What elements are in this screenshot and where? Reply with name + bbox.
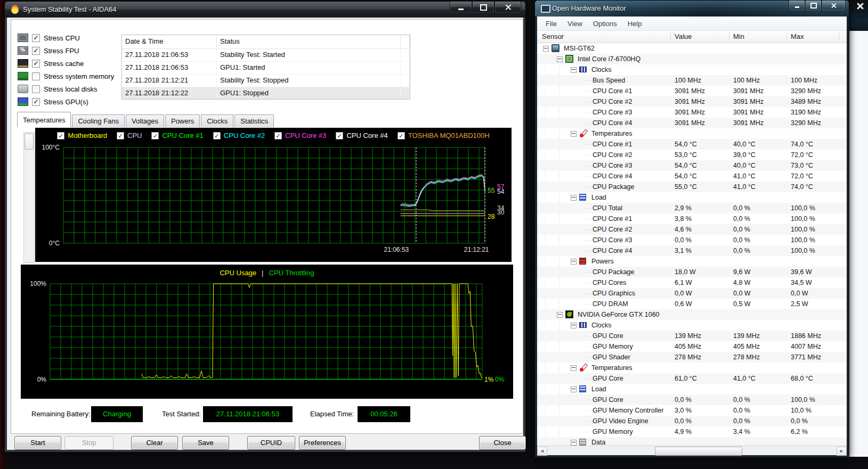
- log-row[interactable]: 27.11.2018 21:12:21Stability Test: Stopp…: [122, 75, 410, 87]
- preferences-button[interactable]: Preferences: [299, 436, 346, 450]
- log-column-datetime[interactable]: Date & Time: [122, 35, 217, 48]
- sensor-row-data[interactable]: Data: [537, 437, 847, 446]
- column-header-value[interactable]: Value: [675, 32, 692, 40]
- stress-option-stress-system-memory[interactable]: Stress system memory: [18, 70, 121, 83]
- stress-option-stress-fpu[interactable]: ✓Stress FPU: [18, 44, 121, 57]
- expand-toggle[interactable]: [571, 386, 577, 392]
- sensor-row-load[interactable]: Load: [537, 384, 847, 394]
- log-column-status[interactable]: Status: [217, 35, 401, 48]
- expand-toggle[interactable]: [571, 67, 577, 73]
- temp-graph-scrollbar-thumb[interactable]: [25, 134, 34, 150]
- sensor-row-cpu-core-3[interactable]: CPU Core #30,0 %0,0 %100,0 %: [537, 235, 847, 245]
- menu-file[interactable]: File: [540, 18, 562, 29]
- log-row[interactable]: 27.11.2018 21:06:53Stability Test: Start…: [122, 49, 410, 62]
- expand-toggle[interactable]: [571, 259, 577, 265]
- expand-toggle[interactable]: [543, 46, 549, 52]
- checkbox-unchecked[interactable]: [32, 85, 40, 93]
- column-header-max[interactable]: Max: [791, 32, 804, 40]
- sensor-row-gpu-memory[interactable]: GPU Memory405 MHz405 MHz4007 MHz: [537, 341, 847, 352]
- sensor-row-cpu-core-2[interactable]: CPU Core #24,6 %0,0 %100,0 %: [537, 224, 847, 235]
- save-button[interactable]: Save: [182, 436, 229, 450]
- menu-help[interactable]: Help: [622, 18, 647, 29]
- sensor-row-cpu-cores[interactable]: CPU Cores6,1 W4,8 W34,5 W: [537, 277, 847, 288]
- tab-clocks[interactable]: Clocks: [201, 114, 233, 127]
- sensor-row-gpu-core[interactable]: GPU Core0,0 %0,0 %100,0 %: [537, 394, 847, 405]
- aida64-titlebar[interactable]: System Stability Test - AIDA64: [5, 2, 525, 18]
- stress-option-stress-cpu[interactable]: ✓Stress CPU: [18, 31, 121, 44]
- ohm-horizontal-scrollbar[interactable]: ◄ ►: [537, 446, 847, 455]
- checkbox-checked[interactable]: ✓: [32, 98, 40, 106]
- sensor-row-gpu-core[interactable]: GPU Core61,0 °C41,0 °C68,0 °C: [537, 373, 847, 384]
- sensor-row-gpu-memory[interactable]: GPU Memory4,9 %3,4 %6,2 %: [537, 426, 847, 437]
- log-row[interactable]: 27.11.2018 21:12:22GPU1: Stopped: [122, 87, 410, 100]
- close-button[interactable]: [822, 1, 846, 11]
- stress-option-stress-cache[interactable]: ✓Stress cache: [18, 57, 121, 70]
- expand-toggle[interactable]: [557, 56, 563, 62]
- menu-options[interactable]: Options: [588, 18, 622, 29]
- sensor-row-load[interactable]: Load: [537, 192, 847, 203]
- sensor-row-clocks[interactable]: Clocks: [537, 64, 847, 75]
- maximize-button[interactable]: [472, 2, 494, 13]
- log-row[interactable]: 27.11.2018 21:06:53GPU1: Started: [122, 62, 410, 75]
- column-header-min[interactable]: Min: [733, 32, 744, 40]
- temp-graph-scrollbar[interactable]: [23, 132, 35, 263]
- checkbox-checked[interactable]: ✓: [32, 34, 40, 42]
- sensor-row-cpu-core-1[interactable]: CPU Core #13091 MHz3091 MHz3290 MHz: [537, 86, 847, 96]
- sensor-row-cpu-package[interactable]: CPU Package18,0 W9,6 W39,6 W: [537, 267, 847, 277]
- expand-toggle[interactable]: [571, 323, 577, 328]
- sensor-row-cpu-dram[interactable]: CPU DRAM0,6 W0,5 W2,5 W: [537, 299, 847, 309]
- stress-option-stress-local-disks[interactable]: Stress local disks: [18, 83, 121, 95]
- close-button[interactable]: [494, 2, 521, 13]
- background-close-icon[interactable]: [856, 2, 864, 10]
- tab-temperatures[interactable]: Temperatures: [17, 112, 71, 127]
- menu-view[interactable]: View: [562, 18, 588, 29]
- tab-powers[interactable]: Powers: [165, 114, 200, 127]
- sensor-row-cpu-core-1[interactable]: CPU Core #154,0 °C40,0 °C74,0 °C: [537, 139, 847, 150]
- sensor-row-cpu-core-1[interactable]: CPU Core #13,8 %0,0 %100,0 %: [537, 213, 847, 224]
- sensor-row-bus-speed[interactable]: Bus Speed100 MHz100 MHz100 MHz: [537, 75, 847, 86]
- maximize-button[interactable]: [805, 1, 822, 11]
- close-button[interactable]: Close: [479, 436, 526, 450]
- scroll-left-arrow-icon[interactable]: ◄: [537, 447, 547, 456]
- sensor-row-temperatures[interactable]: Temperatures: [537, 128, 847, 139]
- cpuid-button[interactable]: CPUID: [247, 436, 295, 450]
- checkbox-unchecked[interactable]: [32, 72, 40, 80]
- sensor-row-gpu-shader[interactable]: GPU Shader278 MHz278 MHz3771 MHz: [537, 352, 847, 363]
- sensor-row-cpu-core-4[interactable]: CPU Core #454,0 °C41,0 °C72,0 °C: [537, 171, 847, 182]
- sensor-row-cpu-total[interactable]: CPU Total2,9 %0,0 %100,0 %: [537, 203, 847, 213]
- expand-toggle[interactable]: [571, 440, 577, 446]
- expand-toggle[interactable]: [571, 131, 577, 137]
- expand-toggle[interactable]: [557, 312, 563, 318]
- sensor-row-nvidia-geforce-gtx-1060[interactable]: NVIDIA GeForce GTX 1060: [537, 309, 847, 320]
- sensor-row-cpu-graphics[interactable]: CPU Graphics0,0 W0,0 W0,0 W: [537, 288, 847, 299]
- sensor-row-clocks[interactable]: Clocks: [537, 320, 847, 331]
- sensor-row-cpu-core-2[interactable]: CPU Core #23091 MHz3091 MHz3489 MHz: [537, 96, 847, 107]
- sensor-row-powers[interactable]: Powers: [537, 256, 847, 267]
- scrollbar-thumb[interactable]: [655, 447, 743, 456]
- sensor-row-cpu-core-4[interactable]: CPU Core #43,1 %0,0 %100,0 %: [537, 245, 847, 256]
- checkbox-checked[interactable]: ✓: [32, 47, 40, 55]
- stop-button[interactable]: Stop: [64, 436, 113, 450]
- sensor-row-temperatures[interactable]: Temperatures: [537, 363, 847, 373]
- expand-toggle[interactable]: [571, 365, 577, 371]
- sensor-row-cpu-core-4[interactable]: CPU Core #43091 MHz3091 MHz3290 MHz: [537, 118, 847, 128]
- expand-toggle[interactable]: [571, 195, 577, 201]
- stress-option-stress-gpu-s[interactable]: ✓Stress GPU(s): [18, 95, 121, 108]
- sensor-row-gpu-video-engine[interactable]: GPU Video Engine0,0 %0,0 %0,0 %: [537, 416, 847, 426]
- column-header-sensor[interactable]: Sensor: [542, 32, 564, 40]
- scroll-right-arrow-icon[interactable]: ►: [837, 447, 847, 456]
- sensor-row-intel-core-i7-6700hq[interactable]: Intel Core i7-6700HQ: [537, 54, 847, 64]
- sensor-row-gpu-core[interactable]: GPU Core139 MHz139 MHz1886 MHz: [537, 331, 847, 341]
- tab-cooling-fans[interactable]: Cooling Fans: [72, 114, 125, 127]
- sensor-row-cpu-core-3[interactable]: CPU Core #354,0 °C40,0 °C73,0 °C: [537, 160, 847, 171]
- sensor-row-gpu-memory-controller[interactable]: GPU Memory Controller3,0 %0,0 %10,0 %: [537, 405, 847, 416]
- tab-voltages[interactable]: Voltages: [126, 114, 164, 127]
- sensor-row-cpu-package[interactable]: CPU Package55,0 °C41,0 °C74,0 °C: [537, 182, 847, 192]
- sensor-row-cpu-core-2[interactable]: CPU Core #253,0 °C39,0 °C72,0 °C: [537, 150, 847, 160]
- sensor-row-msi-gt62[interactable]: MSI-GT62: [537, 43, 847, 54]
- clear-button[interactable]: Clear: [131, 436, 178, 450]
- sensor-row-cpu-core-3[interactable]: CPU Core #33091 MHz3091 MHz3190 MHz: [537, 107, 847, 118]
- start-button[interactable]: Start: [14, 436, 61, 450]
- ohm-titlebar[interactable]: Open Hardware Monitor: [535, 1, 849, 17]
- minimize-button[interactable]: [789, 1, 805, 11]
